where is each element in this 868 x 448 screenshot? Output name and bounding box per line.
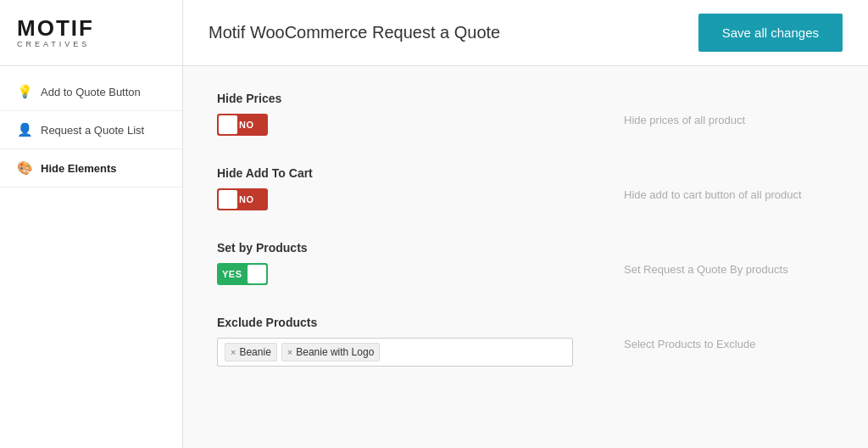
setting-desc-set-by-products: Set Request a Quote By products	[624, 263, 788, 276]
setting-right-hide-add-to-cart: Hide add to cart button of all product	[573, 166, 834, 201]
sidebar-item-label: Add to Quote Button	[41, 86, 141, 98]
logo-motif: MOTIF	[17, 17, 94, 39]
setting-right-hide-prices: Hide prices of all product	[573, 92, 834, 126]
logo-area: MOTIF CREATIVES	[0, 0, 182, 66]
tag-beanie-with-logo-remove[interactable]: ×	[287, 347, 292, 357]
page-title: Motif WooCommerce Request a Quote	[209, 23, 500, 42]
brush-icon: 🎨	[17, 160, 32, 176]
lightbulb-icon: 💡	[17, 84, 32, 99]
setting-label-set-by-products: Set by Products	[217, 241, 573, 255]
logo: MOTIF CREATIVES	[17, 17, 94, 48]
setting-desc-hide-prices: Hide prices of all product	[624, 114, 745, 126]
setting-left-set-by-products: Set by Products Yes	[217, 241, 573, 285]
setting-left-exclude-products: Exclude Products × Beanie × Beanie with …	[217, 316, 573, 367]
setting-left-hide-prices: Hide Prices No	[217, 92, 573, 136]
tag-beanie-with-logo: × Beanie with Logo	[281, 343, 381, 361]
logo-creatives: CREATIVES	[17, 41, 90, 48]
tag-beanie-label: Beanie	[239, 346, 270, 358]
toggle-wrap-hide-prices: No	[217, 114, 573, 136]
person-icon: 👤	[17, 122, 32, 137]
tag-beanie-remove[interactable]: ×	[231, 347, 236, 357]
toggle-hide-add-to-cart[interactable]: No	[217, 188, 268, 210]
toggle-thumb-set-by-products	[248, 265, 266, 283]
header: Motif WooCommerce Request a Quote Save a…	[183, 0, 868, 66]
setting-row-set-by-products: Set by Products Yes Set Request a Quote …	[217, 241, 834, 285]
toggle-set-by-products[interactable]: Yes	[217, 263, 268, 285]
sidebar-item-hide-elements[interactable]: 🎨 Hide Elements	[0, 149, 182, 188]
setting-label-exclude-products: Exclude Products	[217, 316, 573, 329]
setting-left-hide-add-to-cart: Hide Add To Cart No	[217, 166, 573, 210]
sidebar-item-add-to-quote[interactable]: 💡 Add to Quote Button	[0, 73, 182, 111]
setting-row-hide-add-to-cart: Hide Add To Cart No Hide add to cart but…	[217, 166, 834, 210]
toggle-label-set-by-products: Yes	[217, 269, 242, 279]
setting-label-hide-prices: Hide Prices	[217, 92, 573, 105]
setting-row-hide-prices: Hide Prices No Hide prices of all produc…	[217, 92, 834, 136]
setting-right-exclude-products: Select Products to Exclude	[573, 316, 834, 350]
setting-desc-hide-add-to-cart: Hide add to cart button of all product	[624, 188, 802, 201]
setting-label-hide-add-to-cart: Hide Add To Cart	[217, 166, 573, 180]
sidebar-nav: 💡 Add to Quote Button 👤 Request a Quote …	[0, 66, 182, 188]
toggle-label-hide-prices: No	[217, 120, 254, 130]
toggle-wrap-set-by-products: Yes	[217, 263, 573, 285]
exclude-products-input[interactable]: × Beanie × Beanie with Logo	[217, 338, 573, 367]
main-content: Motif WooCommerce Request a Quote Save a…	[183, 0, 868, 448]
sidebar-item-label: Hide Elements	[41, 162, 117, 175]
tag-beanie-with-logo-label: Beanie with Logo	[296, 346, 374, 358]
sidebar-item-label: Request a Quote List	[41, 124, 144, 137]
save-all-changes-button[interactable]: Save all changes	[698, 14, 843, 52]
setting-right-set-by-products: Set Request a Quote By products	[573, 241, 834, 276]
content-area: Hide Prices No Hide prices of all produc…	[183, 66, 868, 448]
sidebar: MOTIF CREATIVES 💡 Add to Quote Button 👤 …	[0, 0, 183, 448]
toggle-label-hide-add-to-cart: No	[217, 194, 254, 204]
setting-row-exclude-products: Exclude Products × Beanie × Beanie with …	[217, 316, 834, 367]
setting-desc-exclude-products: Select Products to Exclude	[624, 338, 755, 350]
toggle-hide-prices[interactable]: No	[217, 114, 268, 136]
toggle-wrap-hide-add-to-cart: No	[217, 188, 573, 210]
tag-beanie: × Beanie	[225, 343, 277, 361]
sidebar-item-request-quote-list[interactable]: 👤 Request a Quote List	[0, 111, 182, 149]
